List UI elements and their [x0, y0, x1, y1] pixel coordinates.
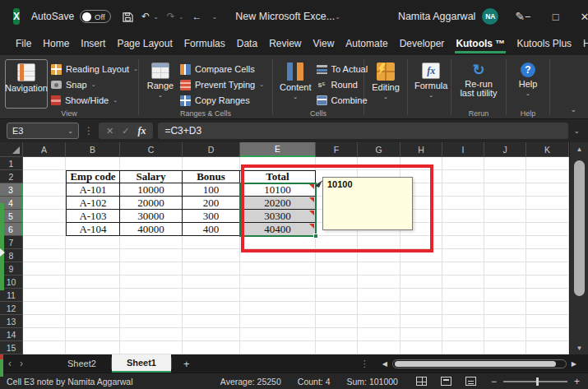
worksheet-grid[interactable]: ABCDEFGHIJK123456789101112131415 Emp cod…: [0, 142, 588, 354]
rerun-last-utility-button[interactable]: ↻ Re-run last utility: [456, 59, 501, 98]
column-header-F[interactable]: F: [316, 142, 358, 157]
table-cell[interactable]: 200: [183, 197, 240, 210]
cell-C12[interactable]: [120, 302, 183, 315]
table-header-cell[interactable]: Emp code: [66, 170, 120, 183]
cell-K12[interactable]: [526, 302, 569, 315]
cell-H13[interactable]: [400, 315, 442, 328]
column-header-B[interactable]: B: [66, 142, 120, 157]
cell-C15[interactable]: [120, 341, 183, 354]
expand-formula-bar-icon[interactable]: ⌄: [573, 127, 581, 135]
cell-H12[interactable]: [400, 302, 442, 315]
column-header-H[interactable]: H: [400, 142, 442, 157]
cell-G9[interactable]: [358, 262, 400, 276]
cell-D9[interactable]: [183, 262, 240, 276]
add-sheet-button[interactable]: +: [172, 358, 201, 370]
table-cell[interactable]: 40000: [120, 223, 183, 236]
cell-I13[interactable]: [442, 315, 484, 328]
autosave-control[interactable]: AutoSave Off: [31, 10, 111, 23]
cell-B11[interactable]: [66, 289, 120, 302]
tab-page-layout[interactable]: Page Layout: [111, 34, 178, 55]
vertical-scrollbar[interactable]: ▲ ▼: [569, 142, 588, 354]
cell-K15[interactable]: [526, 341, 569, 354]
cell-J1[interactable]: [484, 157, 526, 170]
cell-A5[interactable]: [23, 210, 66, 223]
cell-A7[interactable]: [23, 236, 66, 249]
cell-J12[interactable]: [484, 302, 526, 315]
help-button[interactable]: ? Help ⌄: [512, 59, 544, 97]
copy-ranges-button[interactable]: Copy Ranges: [180, 94, 264, 107]
cell-I5[interactable]: [442, 210, 484, 223]
cell-A3[interactable]: [23, 183, 66, 197]
cell-F9[interactable]: [316, 262, 358, 276]
qat-overflow-icon[interactable]: ⌄: [212, 13, 218, 21]
editing-button[interactable]: Editing ⌄: [369, 59, 402, 100]
maximize-button[interactable]: □: [553, 11, 559, 23]
cell-C14[interactable]: [120, 328, 183, 341]
page-break-view-icon[interactable]: [465, 377, 476, 386]
cell-D7[interactable]: [183, 236, 240, 249]
cell-K11[interactable]: [526, 289, 569, 302]
cell-I2[interactable]: [442, 170, 484, 183]
cell-A10[interactable]: [23, 276, 66, 289]
cell-F12[interactable]: [316, 302, 358, 315]
tab-review[interactable]: Review: [263, 34, 307, 55]
sheetbar-dots-icon[interactable]: ⋮: [360, 359, 382, 369]
avatar[interactable]: NA: [482, 8, 498, 25]
cell-K14[interactable]: [526, 328, 569, 341]
cell-J5[interactable]: [484, 210, 526, 223]
cell-I6[interactable]: [442, 223, 484, 236]
cell-B15[interactable]: [66, 341, 120, 354]
tab-help[interactable]: Help: [577, 34, 588, 55]
column-header-I[interactable]: I: [442, 142, 484, 157]
formula-button[interactable]: fx Formula ⌄: [413, 59, 449, 99]
cell-F14[interactable]: [316, 328, 358, 341]
cell-J6[interactable]: [484, 223, 526, 236]
cell-I10[interactable]: [442, 276, 484, 289]
tab-kutools[interactable]: Kutools ™: [450, 34, 511, 55]
cell-J9[interactable]: [484, 262, 526, 276]
cell-B8[interactable]: [66, 249, 120, 262]
reading-layout-button[interactable]: Reading Layout ⌄: [51, 63, 138, 76]
table-cell[interactable]: 300: [183, 210, 240, 223]
cell-B10[interactable]: [66, 276, 120, 289]
cell-H11[interactable]: [400, 289, 442, 302]
column-header-E[interactable]: E: [240, 142, 316, 157]
cell-G12[interactable]: [358, 302, 400, 315]
cell-K8[interactable]: [526, 249, 569, 262]
cell-D15[interactable]: [183, 341, 240, 354]
cell-K3[interactable]: [526, 183, 569, 197]
vertical-scroll-thumb[interactable]: [574, 160, 585, 296]
compare-cells-button[interactable]: Compare Cells: [180, 63, 264, 76]
row-header-1[interactable]: 1: [0, 157, 23, 170]
minimize-button[interactable]: −: [525, 11, 531, 23]
round-button[interactable]: s⁵ Round: [317, 78, 368, 91]
cell-J10[interactable]: [484, 276, 526, 289]
combine-button[interactable]: Combine: [317, 94, 368, 107]
table-cell[interactable]: 20000: [120, 197, 183, 210]
column-header-A[interactable]: A: [23, 142, 66, 157]
cell-J8[interactable]: [484, 249, 526, 262]
cell-D10[interactable]: [183, 276, 240, 289]
hscroll-right-icon[interactable]: ▶: [572, 360, 576, 368]
tab-kutools-plus[interactable]: Kutools Plus: [511, 34, 577, 55]
content-button[interactable]: Content ⌄: [278, 59, 313, 100]
table-cell[interactable]: 10000: [120, 183, 183, 197]
cell-E10[interactable]: [240, 276, 316, 289]
enter-icon[interactable]: ✓: [122, 126, 129, 137]
snap-button[interactable]: Snap ⌄: [51, 78, 138, 91]
cell-A6[interactable]: [23, 223, 66, 236]
cell-A12[interactable]: [23, 302, 66, 315]
cell-G15[interactable]: [358, 341, 400, 354]
cell-A11[interactable]: [23, 289, 66, 302]
tab-formulas[interactable]: Formulas: [178, 34, 231, 55]
cell-G10[interactable]: [358, 276, 400, 289]
show-hide-button[interactable]: Show/Hide ⌄: [51, 94, 138, 107]
hscroll-left-icon[interactable]: ◀: [382, 360, 387, 368]
cell-C13[interactable]: [120, 315, 183, 328]
hscroll-thumb[interactable]: [395, 361, 556, 367]
cell-F15[interactable]: [316, 341, 358, 354]
row-header-2[interactable]: 2: [0, 170, 23, 183]
cell-K10[interactable]: [526, 276, 569, 289]
row-header-13[interactable]: 13: [0, 315, 23, 328]
column-header-J[interactable]: J: [484, 142, 526, 157]
